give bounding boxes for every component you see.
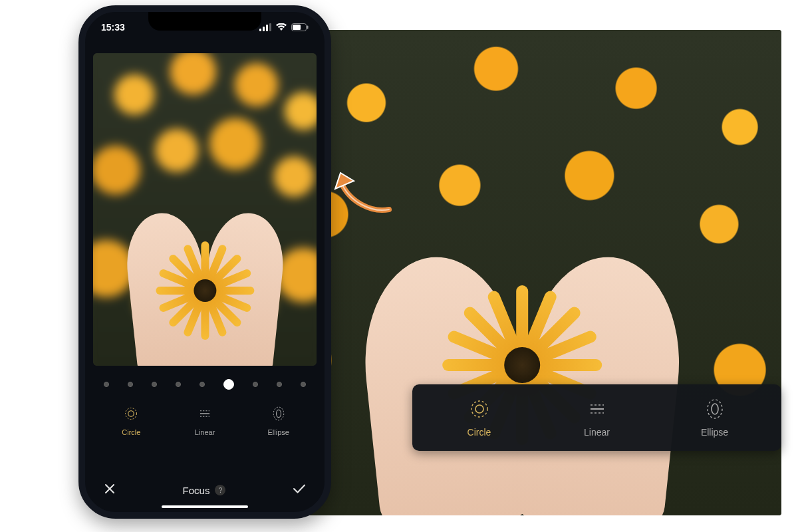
linear-focus-icon	[196, 404, 214, 423]
tool-title: Focus	[183, 485, 210, 496]
slider-step[interactable]	[301, 382, 306, 387]
focus-type-label: Ellipse	[267, 428, 289, 436]
svg-rect-3	[269, 23, 271, 31]
phone-mockup: 15:33	[78, 5, 331, 519]
focus-type-circle[interactable]: Circle	[94, 404, 168, 436]
focus-type-linear[interactable]: Linear	[538, 398, 656, 438]
focus-type-ellipse[interactable]: Ellipse	[656, 398, 773, 438]
linear-focus-icon	[586, 398, 608, 420]
svg-point-15	[471, 401, 487, 417]
svg-rect-6	[307, 26, 309, 29]
cellular-icon	[259, 23, 271, 31]
focus-type-label: Ellipse	[701, 427, 728, 438]
apply-button[interactable]	[293, 483, 306, 497]
focus-type-row: CircleLinearEllipse	[85, 404, 325, 436]
home-indicator[interactable]	[162, 505, 248, 508]
svg-point-8	[126, 408, 137, 420]
slider-step[interactable]	[200, 382, 205, 387]
focus-type-circle[interactable]: Circle	[420, 398, 538, 438]
svg-point-13	[273, 407, 284, 420]
focus-type-label: Circle	[122, 428, 140, 436]
help-button[interactable]: ?	[215, 485, 225, 495]
hands	[361, 209, 683, 515]
slider-step[interactable]	[152, 382, 157, 387]
svg-point-12	[276, 410, 281, 417]
slider-step[interactable]	[253, 382, 258, 387]
checkmark-icon	[293, 483, 306, 494]
phone-notch	[148, 12, 261, 31]
focus-type-label: Linear	[195, 428, 215, 436]
svg-rect-0	[259, 29, 261, 31]
ellipse-focus-icon	[269, 404, 288, 423]
circle-focus-icon	[122, 404, 140, 423]
focus-strength-slider[interactable]	[85, 379, 325, 390]
svg-rect-5	[293, 25, 301, 30]
focus-type-ellipse[interactable]: Ellipse	[241, 404, 315, 436]
svg-point-7	[128, 411, 134, 416]
cancel-button[interactable]	[104, 483, 116, 497]
hands	[126, 184, 283, 366]
focus-type-callout: CircleLinearEllipse	[412, 384, 781, 451]
subject-flower	[155, 241, 255, 340]
svg-rect-2	[266, 25, 268, 31]
slider-step[interactable]	[176, 382, 181, 387]
ellipse-focus-icon	[704, 398, 726, 420]
slider-step[interactable]	[128, 382, 133, 387]
focus-type-linear[interactable]: Linear	[168, 404, 242, 436]
slider-step[interactable]	[277, 382, 282, 387]
edited-photo-preview[interactable]	[93, 53, 317, 366]
focus-type-label: Circle	[467, 427, 491, 438]
circle-focus-icon	[468, 398, 491, 420]
slider-step[interactable]	[104, 382, 109, 387]
svg-point-20	[708, 400, 722, 418]
svg-point-19	[712, 404, 718, 414]
battery-icon	[291, 23, 309, 31]
svg-rect-1	[263, 27, 265, 31]
slider-step[interactable]	[223, 379, 234, 390]
editor-bottom-bar: Focus ?	[85, 483, 325, 497]
status-time: 15:33	[101, 22, 125, 33]
svg-point-14	[475, 405, 483, 413]
focus-type-label: Linear	[584, 427, 610, 438]
wifi-icon	[275, 23, 287, 31]
close-icon	[104, 483, 116, 495]
